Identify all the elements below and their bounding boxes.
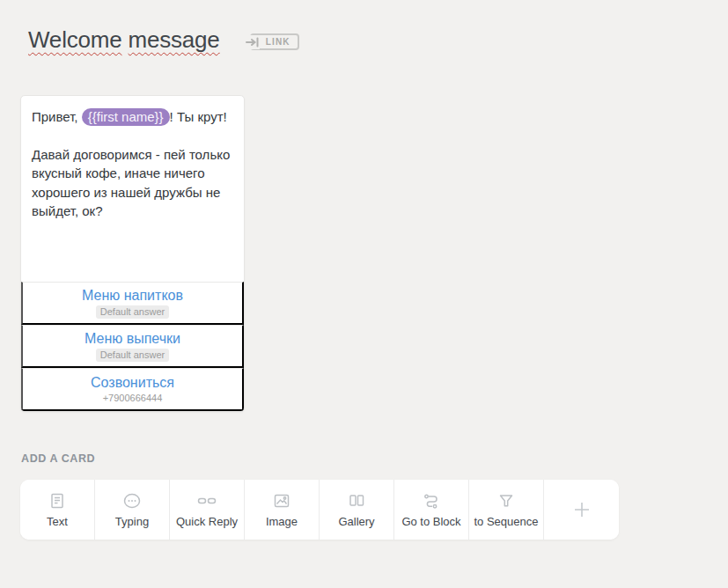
message-paragraph: Давай договоримся - пей только вкусный к… [32, 145, 233, 221]
add-card-item-label: Text [47, 515, 68, 528]
add-more-button[interactable] [544, 480, 619, 540]
card-button-label: Меню напитков [82, 287, 183, 304]
message-paragraph: Привет, {{first name}}! Ты крут! [32, 107, 233, 127]
text-icon [48, 491, 66, 511]
to-sequence-icon [497, 491, 515, 511]
add-card-item-label: Gallery [338, 515, 374, 528]
link-arrow-icon [246, 35, 260, 49]
message-card: Привет, {{first name}}! Ты крут! Давай д… [20, 95, 245, 412]
image-icon [273, 491, 290, 511]
add-card-item-label: Typing [115, 515, 149, 528]
add-card-item-go-to-block[interactable]: Go to Block [394, 480, 469, 540]
add-card-item-gallery[interactable]: Gallery [320, 480, 394, 540]
header: Welcome message LINK [28, 26, 299, 54]
message-text-editor[interactable]: Привет, {{first name}}! Ты крут! Давай д… [21, 96, 244, 282]
plus-icon [570, 500, 593, 519]
card-button-menu-pastry[interactable]: Меню выпечки Default answer [21, 325, 244, 368]
add-card-item-label: Quick Reply [176, 515, 238, 528]
page-title-word: Welcome [28, 26, 122, 53]
page-title[interactable]: Welcome message [28, 26, 220, 54]
card-buttons: Меню напитков Default answer Меню выпечк… [21, 282, 244, 411]
gallery-icon [348, 491, 365, 511]
add-card-item-quick-reply[interactable]: Quick Reply [170, 480, 245, 540]
add-card-heading: ADD A CARD [21, 452, 95, 465]
go-to-block-icon [423, 491, 440, 511]
add-card-item-typing[interactable]: Typing [95, 480, 170, 540]
quick-reply-icon [196, 491, 217, 511]
card-button-call[interactable]: Созвониться +7900666444 [21, 368, 244, 411]
page-title-word: message [129, 26, 220, 53]
link-button-label: LINK [266, 37, 290, 47]
add-card-item-label: Go to Block [401, 515, 460, 528]
card-button-label: Созвониться [91, 374, 174, 391]
button-type-badge: Default answer [96, 305, 169, 319]
typing-icon [122, 491, 142, 511]
add-card-item-text[interactable]: Text [20, 480, 95, 540]
page: Welcome message LINK Привет, {{first nam… [0, 0, 728, 588]
user-variable-chip[interactable]: {{first name}} [82, 108, 170, 126]
add-card-item-to-sequence[interactable]: to Sequence [469, 480, 544, 540]
button-type-badge: Default answer [96, 349, 169, 362]
add-card-item-label: Image [266, 515, 298, 528]
link-button[interactable]: LINK [250, 33, 299, 50]
add-card-bar: Text Typing [20, 480, 619, 540]
add-card-item-label: to Sequence [474, 515, 538, 528]
card-button-label: Меню выпечки [85, 330, 180, 347]
card-button-menu-drinks[interactable]: Меню напитков Default answer [21, 282, 244, 325]
button-phone-number: +7900666444 [103, 393, 163, 404]
add-card-item-image[interactable]: Image [245, 480, 320, 540]
